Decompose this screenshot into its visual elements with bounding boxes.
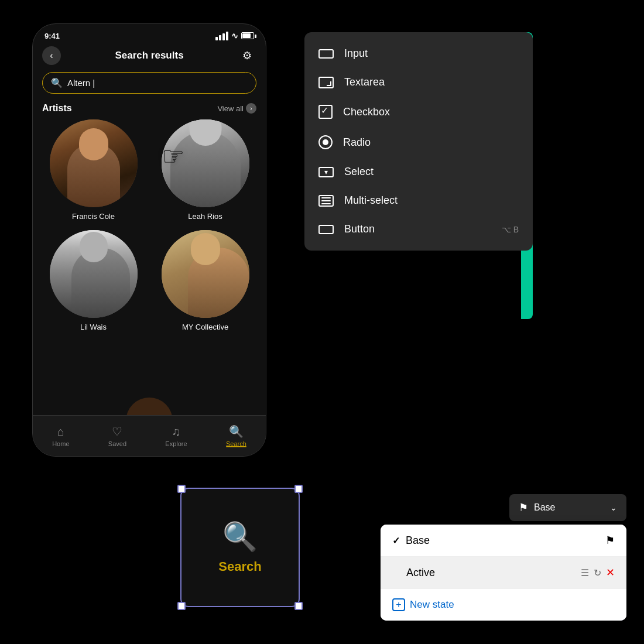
bottom-nav: ⌂ Home ♡ Saved ♫ Explore 🔍 Search [33, 415, 266, 456]
search-icon: 🔍 [51, 77, 63, 88]
settings-button[interactable]: ⚙ [238, 46, 256, 65]
state-list: ✓ Base ⚑ Active ☰ ↻ ✕ + New state [381, 525, 626, 621]
artist-name: Francis Cole [72, 212, 115, 221]
textarea-icon [318, 77, 334, 88]
wifi-icon: ∿ [231, 31, 238, 40]
state-name-active: Active [392, 567, 575, 579]
menu-item-input[interactable]: Input [304, 39, 533, 68]
menu-label-input: Input [344, 47, 368, 60]
menu-label-textarea: Textarea [344, 76, 385, 88]
signal-icon [215, 32, 228, 40]
state-item-new[interactable]: + New state [381, 589, 626, 621]
menu-item-checkbox[interactable]: Checkbox [304, 97, 533, 127]
dropdown-menu: Input Textarea Checkbox Radio Select Mul… [304, 32, 533, 251]
state-dropdown-label: Base [534, 502, 555, 513]
plus-icon: + [392, 598, 405, 611]
artist-item[interactable]: Leah Rios [154, 119, 256, 221]
artist-name: Lil Wais [80, 323, 107, 331]
reset-icon[interactable]: ↻ [594, 567, 601, 578]
nav-item-home[interactable]: ⌂ Home [52, 425, 69, 447]
state-item-base[interactable]: ✓ Base ⚑ [381, 525, 626, 557]
battery-icon [241, 32, 254, 39]
checkbox-icon [318, 105, 333, 119]
state-dropdown-button[interactable]: ⚑ Base ⌄ [509, 494, 626, 521]
state-panel: ⚑ Base ⌄ ✓ Base ⚑ Active ☰ ↻ ✕ + New sta… [381, 494, 626, 621]
chevron-down-icon: ⌄ [610, 503, 617, 512]
search-component-icon: 🔍 [222, 520, 258, 553]
select-icon [318, 167, 334, 177]
new-state-label: New state [410, 599, 454, 611]
artist-item[interactable]: Lil Wais [42, 230, 145, 331]
nav-label-home: Home [52, 440, 69, 447]
nav-item-saved[interactable]: ♡ Saved [108, 424, 126, 447]
view-all-arrow-icon: › [246, 103, 256, 114]
menu-item-select[interactable]: Select [304, 157, 533, 186]
checkmark-icon: ✓ [392, 535, 400, 546]
search-component-label: Search [218, 559, 261, 574]
artist-avatar [50, 119, 138, 207]
menu-item-radio[interactable]: Radio [304, 127, 533, 157]
resize-handle-bl[interactable] [177, 602, 186, 610]
search-nav-icon: 🔍 [229, 424, 244, 439]
menu-label-radio: Radio [343, 136, 371, 149]
state-name-base: Base [406, 535, 600, 547]
new-state-button[interactable]: + New state [392, 598, 454, 611]
delete-icon[interactable]: ✕ [606, 566, 615, 579]
artist-avatar [162, 230, 249, 318]
phone-header: ‹ Search results ⚙ [33, 43, 266, 70]
search-input[interactable]: Altern | [67, 78, 248, 88]
artist-avatar [50, 230, 138, 318]
artists-title: Artists [42, 103, 72, 114]
state-item-active[interactable]: Active ☰ ↻ ✕ [381, 557, 626, 589]
artist-name: Leah Rios [188, 212, 222, 221]
saved-icon: ♡ [112, 424, 122, 439]
resize-handle-tl[interactable] [177, 485, 186, 493]
nav-active-indicator [226, 446, 246, 447]
nav-item-explore[interactable]: ♫ Explore [165, 425, 187, 447]
menu-label-checkbox: Checkbox [343, 106, 390, 118]
nav-label-saved: Saved [108, 440, 126, 447]
explore-icon: ♫ [172, 425, 180, 439]
input-icon [318, 49, 334, 59]
hamburger-icon[interactable]: ☰ [581, 567, 589, 578]
artists-grid: Francis Cole Leah Rios Lil Wais [33, 119, 266, 341]
button-icon [318, 225, 334, 234]
artist-name: MY Collective [182, 323, 228, 331]
state-actions: ☰ ↻ ✕ [581, 566, 615, 579]
menu-label-multiselect: Multi-select [344, 194, 398, 207]
nav-label-explore: Explore [165, 440, 187, 447]
artists-section-header: Artists View all › [33, 101, 266, 119]
status-time: 9:41 [44, 32, 60, 40]
menu-item-textarea[interactable]: Textarea [304, 68, 533, 97]
menu-item-multiselect[interactable]: Multi-select [304, 186, 533, 215]
search-component[interactable]: 🔍 Search [181, 489, 299, 606]
radio-icon [318, 135, 333, 149]
page-title: Search results [61, 50, 238, 61]
resize-handle-br[interactable] [294, 602, 303, 610]
view-all-button[interactable]: View all › [217, 103, 256, 114]
menu-label-select: Select [344, 166, 374, 178]
search-bar[interactable]: 🔍 Altern | [42, 72, 256, 94]
button-shortcut: ⌥ B [502, 225, 519, 234]
multiselect-icon [318, 195, 334, 207]
artist-item[interactable]: Francis Cole [42, 119, 145, 221]
artist-avatar [162, 119, 249, 207]
status-icons: ∿ [215, 31, 254, 40]
flag-icon: ⚑ [519, 501, 528, 514]
home-icon: ⌂ [57, 425, 64, 439]
back-button[interactable]: ‹ [42, 46, 61, 65]
status-bar: 9:41 ∿ [33, 24, 266, 43]
state-flag-icon: ⚑ [605, 534, 615, 547]
nav-item-search[interactable]: 🔍 Search [226, 424, 246, 447]
phone-mockup: 9:41 ∿ ‹ Search results ⚙ 🔍 Altern | Art… [32, 23, 266, 457]
menu-item-button[interactable]: Button ⌥ B [304, 215, 533, 244]
menu-label-button: Button [344, 223, 375, 235]
artist-item[interactable]: MY Collective [154, 230, 256, 331]
resize-handle-tr[interactable] [294, 485, 303, 493]
